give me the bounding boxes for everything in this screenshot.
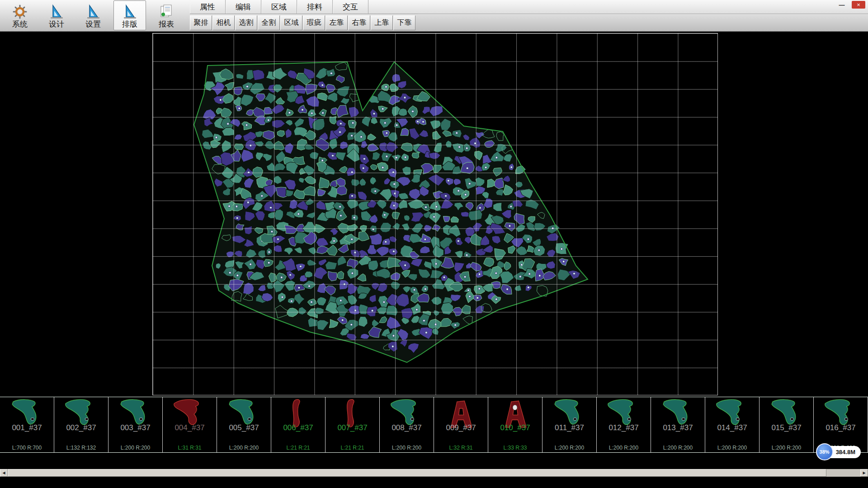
action-button-snap-top[interactable]: 上靠 [371,15,393,30]
piece-name: 004_#37 [163,423,217,432]
piece-name: 014_#37 [705,423,759,432]
piece-name: 010_#37 [488,423,542,432]
action-button-cut-all[interactable]: 全割 [258,15,280,30]
piece-thumbnail-012_#37[interactable]: 012_#37 L:200 R:200 [597,397,651,452]
piece-lr-count: L:200 R:200 [597,445,651,451]
piece-name: 002_#37 [54,423,108,432]
action-button-select-cut[interactable]: 选割 [235,15,257,30]
tab-design-label: 设计 [49,19,64,29]
set-square-icon [122,4,137,19]
piece-thumbnail-007_#37[interactable]: 007_#37 L:21 R:21 [326,397,380,452]
scrollbar-track[interactable] [8,469,860,477]
piece-thumbnail-013_#37[interactable]: 013_#37 L:200 R:200 [651,397,705,452]
pieces-panel: 001_#37 L:700 R:700 002_#37 L:132 R:132 … [0,397,868,453]
set-square-icon [49,4,64,19]
tab-settings[interactable]: 设置 [77,0,109,30]
action-button-row: 聚排 相机 选割 全割 区域 瑕疵 左靠 右靠 上靠 下靠 [190,14,418,31]
action-button-snap-bottom[interactable]: 下靠 [393,15,415,30]
piece-name: 007_#37 [326,423,379,432]
piece-lr-count: L:21 R:21 [271,445,325,451]
hide-nesting-layout [0,32,868,397]
set-square-icon [85,4,101,19]
piece-name: 015_#37 [760,423,813,432]
main-tab-bar: 系统 设计 设置 [0,0,190,31]
piece-thumbnail-014_#37[interactable]: 014_#37 L:200 R:200 [705,397,760,452]
horizontal-scrollbar[interactable]: ◀ ▶ [0,469,868,477]
piece-thumbnail-006_#37[interactable]: 006_#37 L:21 R:21 [271,397,326,452]
menu-row: 属性 编辑 区域 排料 交互 [190,0,418,14]
piece-thumbnail-015_#37[interactable]: 015_#37 L:200 R:200 [760,397,814,452]
progress-percent: 38% [816,443,833,460]
piece-thumbnail-008_#37[interactable]: 008_#37 L:200 R:200 [380,397,434,452]
status-badge: 38% 384.8M [816,443,861,460]
scroll-right-icon[interactable]: ▶ [860,469,868,477]
tab-report-label: 报表 [159,19,174,29]
action-button-region[interactable]: 区域 [280,15,302,30]
toolbar: 系统 设计 设置 [0,0,868,32]
piece-lr-count: L:200 R:200 [760,445,813,451]
piece-thumbnail-011_#37[interactable]: 011_#37 L:200 R:200 [542,397,597,452]
piece-name: 011_#37 [542,423,596,432]
menu-item-nesting[interactable]: 排料 [297,0,333,14]
action-button-snap-right[interactable]: 右靠 [348,15,370,30]
piece-lr-count: L:200 R:200 [705,445,759,451]
piece-thumbnail-003_#37[interactable]: 003_#37 L:200 R:200 [108,397,163,452]
scroll-left-icon[interactable]: ◀ [0,469,8,477]
close-button[interactable]: × [852,1,865,9]
menu-item-region[interactable]: 区域 [261,0,297,14]
piece-name: 005_#37 [217,423,271,432]
tab-system-label: 系统 [12,19,28,29]
tab-layout-label: 排版 [122,19,137,29]
tab-layout[interactable]: 排版 [113,0,146,30]
piece-lr-count: L:700 R:700 [0,445,54,451]
piece-lr-count: L:31 R:31 [163,445,217,451]
minimize-button[interactable]: — [836,1,847,9]
action-button-cluster-nest[interactable]: 聚排 [190,15,212,30]
app-window: 系统 设计 设置 [0,0,868,488]
piece-thumbnail-002_#37[interactable]: 002_#37 L:132 R:132 [54,397,108,452]
toolbar-spacer [418,0,868,31]
piece-name: 006_#37 [271,423,325,432]
piece-lr-count: L:200 R:200 [217,445,271,451]
piece-thumbnail-010_#37[interactable]: 010_#37 L:33 R:33 [488,397,542,452]
menu-area: 属性 编辑 区域 排料 交互 聚排 相机 选割 全割 区域 瑕疵 左靠 右靠 上… [190,0,418,31]
action-button-defect[interactable]: 瑕疵 [303,15,325,30]
action-button-snap-left[interactable]: 左靠 [326,15,348,30]
piece-name: 001_#37 [0,423,54,432]
piece-thumbnail-009_#37[interactable]: 009_#37 L:32 R:31 [434,397,488,452]
tab-report[interactable]: 报表 [150,0,183,30]
tab-system[interactable]: 系统 [4,0,36,30]
menu-item-edit[interactable]: 编辑 [226,0,261,14]
report-icon [159,4,174,19]
piece-lr-count: L:200 R:200 [108,445,162,451]
piece-name: 016_#37 [814,423,868,432]
nesting-canvas[interactable] [0,32,868,397]
piece-name: 013_#37 [651,423,705,432]
tab-settings-label: 设置 [85,19,101,29]
piece-thumbnail-005_#37[interactable]: 005_#37 L:200 R:200 [217,397,271,452]
scrollbar-thumb[interactable] [8,469,826,477]
piece-name: 009_#37 [434,423,488,432]
piece-thumbnail-001_#37[interactable]: 001_#37 L:700 R:700 [0,397,54,452]
piece-lr-count: L:33 R:33 [488,445,542,451]
menu-item-properties[interactable]: 属性 [190,0,226,14]
action-button-camera[interactable]: 相机 [212,15,235,30]
piece-thumbnail-004_#37[interactable]: 004_#37 L:31 R:31 [163,397,217,452]
tab-design[interactable]: 设计 [40,0,73,30]
piece-lr-count: L:32 R:31 [434,445,488,451]
gear-icon [12,4,28,19]
piece-name: 008_#37 [380,423,434,432]
piece-lr-count: L:200 R:200 [380,445,434,451]
menu-item-interaction[interactable]: 交互 [333,0,368,14]
piece-lr-count: L:132 R:132 [54,445,108,451]
piece-lr-count: L:21 R:21 [326,445,379,451]
piece-name: 003_#37 [108,423,162,432]
window-controls: — × [836,1,865,9]
piece-lr-count: L:200 R:200 [651,445,705,451]
piece-lr-count: L:200 R:200 [542,445,596,451]
piece-name: 012_#37 [597,423,651,432]
